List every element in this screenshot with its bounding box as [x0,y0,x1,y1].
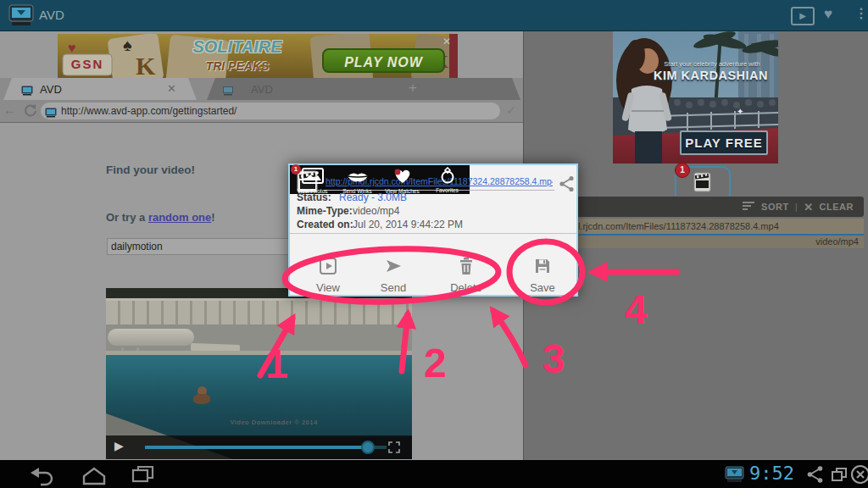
downloads-badge: 1 [675,163,690,178]
ad-cta-button[interactable]: PLAY NOW [322,48,445,73]
dating-overlay-ad[interactable]: 1 View Photos Send Winks View Matches Fa… [290,165,470,194]
tab-favicon [21,84,33,99]
video-scene-pool-cover-roller [108,329,194,346]
screen: AVD ▶ ♥ ⋮ [0,0,868,488]
tab-active[interactable]: AVD ✕ [3,78,197,100]
download-item-url: http://pmdl.rjcdn.com/ItemFiles/11187324… [531,219,864,234]
share-icon[interactable] [559,175,576,196]
video-player[interactable]: ▶ [106,288,412,459]
download-item-meta: 3.0MB video/mp4 [531,236,864,248]
overflow-menu-icon[interactable]: ⋮ [854,5,868,21]
download-item[interactable]: http://pmdl.rjcdn.com/ItemFiles/11187324… [531,219,864,248]
status-close-icon[interactable] [850,464,868,488]
system-bar: 9:52 [0,460,868,488]
mime-value: video/mp4 [353,205,399,217]
view-button-label: View [298,281,358,294]
back-icon[interactable]: ← [3,103,16,117]
tab-favicon [222,84,234,99]
new-tab-icon[interactable]: + [409,80,417,97]
app-logo-icon [8,4,34,30]
url-field[interactable]: http://www.avd-app.com/gettingstarted/ [41,103,500,119]
game-ad[interactable]: ✦ Start your celebrity adventure with KI… [613,30,778,164]
delete-button-label: Delete [437,281,496,294]
tab-bar: AVD ✕ AVD + [0,78,523,100]
overlay-ad-favorites[interactable]: Favorites [425,165,470,194]
status-windows-icon[interactable] [830,465,849,487]
status-clock[interactable]: 9:52 [749,463,802,484]
tab-close-icon[interactable]: ✕ [167,82,176,95]
tab-background-label: AVD [251,83,273,96]
page-footer: Video Downloader © 2014 [138,419,409,426]
toolbar-divider: | [795,202,798,212]
delete-button[interactable]: Delete [437,257,496,294]
try-suffix: ! [211,211,214,224]
banner-ad[interactable]: ♠ ♥ K K K GSN SOLITAIRE TRI PEAKS PLAY N… [58,34,458,78]
overlay-ad-label: Send Winks [335,188,380,194]
send-icon [384,263,403,278]
mime-label: Mime-Type: [297,205,353,217]
try-prefix: Or try a [106,211,145,224]
photos-icon [302,173,324,187]
overlay-ad-view-photos[interactable]: 1 View Photos [290,165,335,194]
seek-bar-thumb[interactable] [361,441,375,454]
action-bar: AVD ▶ ♥ ⋮ [0,0,868,31]
play-icon[interactable]: ▶ [114,439,124,452]
overlay-ad-label: View Matches [380,188,425,194]
try-random-line: Or try a random one! [106,211,215,224]
fullscreen-icon[interactable] [388,441,400,457]
game-ad-name: KIM KARDASHIAN [645,69,776,82]
video-scene-person-body [193,394,210,404]
nav-home-icon[interactable] [80,463,108,488]
sort-icon [742,201,755,213]
clear-button[interactable]: CLEAR [820,202,854,212]
tab-active-label: AVD [40,83,62,96]
overlay-ad-view-matches[interactable]: View Matches [380,165,425,194]
view-icon [319,263,337,278]
status-share-icon[interactable] [806,465,825,487]
url-favicon [45,106,57,121]
nav-recents-icon[interactable] [129,463,158,488]
send-button[interactable]: Send [364,257,423,294]
overlay-ad-label: Favorites [425,187,470,193]
save-button-label: Save [513,281,572,294]
svg-text:✦: ✦ [737,107,743,116]
random-one-link[interactable]: random one [148,211,211,224]
overlay-ad-send-winks[interactable]: Send Winks [335,165,380,194]
created-value: Jul 20, 2014 9:44:22 PM [353,219,463,230]
spade-suit-glyph: ♠ [123,36,132,54]
overlay-ad-label: View Photos [290,188,335,194]
delete-trash-icon [457,263,476,278]
game-ad-tagline: Start your celebrity adventure with [648,60,776,68]
view-button[interactable]: View [298,257,358,294]
game-ad-cta-button[interactable]: PLAY FREE [680,130,768,155]
video-controls-bar: ▶ [106,435,412,459]
download-dialog: http://pmdl.rjcdn.com/ItemFiles/11187324… [288,164,578,297]
tab-background[interactable]: AVD + [207,78,520,100]
seek-bar-progress [145,446,368,449]
video-scene-fence [106,298,412,324]
favorites-heart-icon[interactable]: ♥ [824,6,832,23]
url-text: http://www.avd-app.com/gettingstarted/ [61,105,493,117]
nav-back-icon[interactable] [25,463,54,488]
clapperboard-icon [693,172,712,196]
save-floppy-icon [533,263,552,278]
refresh-icon[interactable] [23,103,38,122]
lips-icon [346,173,370,187]
ad-close-icon[interactable]: ✕ [442,36,451,47]
page-heading: Find your video! [106,164,195,176]
downloads-tab[interactable]: 1 [675,166,731,196]
send-button-label: Send [364,281,423,294]
dialog-divider [290,233,576,234]
save-button[interactable]: Save [513,257,572,294]
ad-subtitle: TRI PEAKS [174,59,301,73]
clear-x-icon: ✕ [804,201,813,214]
app-title: AVD [39,8,64,22]
video-player-icon[interactable]: ▶ [791,7,815,25]
status-app-icon[interactable] [725,466,744,486]
ring-icon [438,172,457,186]
sort-button[interactable]: SORT [761,202,789,212]
url-bar: ← http://www.avd-app.com/gettingstarted/… [0,100,523,123]
page-loaded-check-icon: ✓ [506,103,517,118]
created-label: Created on: [297,219,353,230]
download-item-type: video/mp4 [815,236,859,248]
